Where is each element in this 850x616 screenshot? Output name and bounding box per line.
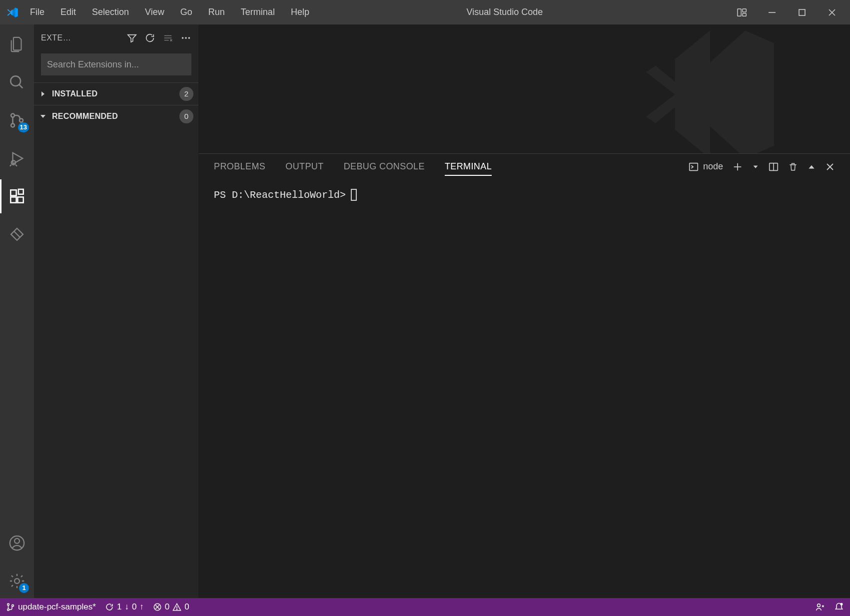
svg-line-21 [14,231,20,237]
svg-rect-16 [10,190,16,195]
layout-customize-icon[interactable] [734,7,750,18]
menu-terminal[interactable]: Terminal [235,5,281,19]
extensions-search-input[interactable] [41,53,191,75]
svg-line-14 [10,165,11,166]
activity-settings[interactable]: 1 [0,564,34,598]
status-notifications[interactable] [834,602,844,612]
sidebar-title: EXTENSIONS [41,33,75,42]
svg-rect-19 [18,189,23,194]
status-errors-count: 0 [165,602,169,612]
svg-point-30 [182,37,184,39]
svg-point-47 [177,609,177,610]
sidebar-extensions: EXTENSIONS INSTALLED 2 RECOMMENDED 0 [34,24,199,598]
sync-outgoing: 0 [132,602,136,612]
filter-icon[interactable] [126,32,137,43]
panel: PROBLEMS OUTPUT DEBUG CONSOLE TERMINAL n… [199,153,850,598]
section-recommended-label: RECOMMENDED [52,112,118,121]
svg-rect-17 [10,197,16,202]
kill-terminal-icon[interactable] [788,161,798,172]
status-warnings-count: 0 [184,602,189,612]
svg-rect-2 [743,13,746,16]
activity-extensions[interactable] [0,179,34,213]
svg-line-8 [19,84,22,88]
activity-search[interactable] [0,65,34,99]
chevron-down-icon [39,112,48,120]
window-maximize-icon[interactable] [794,8,810,17]
svg-rect-0 [738,8,741,16]
svg-point-9 [11,114,14,117]
activity-explorer[interactable] [0,27,34,61]
status-sync[interactable]: 1↓ 0↑ [105,602,144,612]
terminal-cursor [351,189,357,201]
activity-source-control[interactable]: 13 [0,103,34,137]
menu-selection[interactable]: Selection [86,5,135,19]
status-feedback[interactable] [815,602,825,612]
svg-point-7 [10,76,20,86]
editor-area: PROBLEMS OUTPUT DEBUG CONSOLE TERMINAL n… [199,24,850,598]
svg-point-11 [19,118,23,122]
window-close-icon[interactable] [824,7,840,17]
svg-point-42 [12,605,14,607]
status-branch-label: update-pcf-samples* [18,602,96,612]
vscode-logo-icon [5,6,20,19]
section-recommended[interactable]: RECOMMENDED 0 [34,105,198,127]
maximize-panel-icon[interactable] [807,162,816,171]
clear-icon[interactable] [162,32,173,43]
menu-view[interactable]: View [139,5,170,19]
terminal-prompt-text: PS D:\ReactHelloWorld> [214,189,346,201]
svg-rect-4 [799,9,805,15]
activity-bar: 13 1 [0,24,34,598]
panel-tabs: PROBLEMS OUTPUT DEBUG CONSOLE TERMINAL n… [199,154,850,180]
menu-go[interactable]: Go [174,5,198,19]
settings-badge: 1 [19,583,29,593]
svg-point-23 [14,539,19,544]
app-title: Visual Studio Code [279,7,730,17]
status-problems[interactable]: 0 0 [153,602,189,612]
tab-terminal[interactable]: TERMINAL [445,157,492,176]
tab-output[interactable]: OUTPUT [285,157,323,176]
activity-additional[interactable] [0,217,34,251]
terminal-kind-selector[interactable]: node [688,161,723,172]
menu-file[interactable]: File [24,5,50,19]
svg-point-41 [7,609,9,611]
svg-rect-18 [17,197,23,202]
svg-point-48 [818,604,821,607]
svg-rect-1 [743,8,746,11]
window-minimize-icon[interactable] [764,7,780,17]
menu-edit[interactable]: Edit [54,5,82,19]
editor-background [199,24,850,153]
sidebar-header: EXTENSIONS [34,24,198,51]
terminal-dropdown-icon[interactable] [752,163,759,170]
recommended-count-badge: 0 [179,109,193,123]
activity-run-debug[interactable] [0,141,34,175]
arrow-up-icon: ↑ [139,602,144,612]
source-control-badge: 13 [18,122,29,132]
section-installed-label: INSTALLED [52,89,97,98]
svg-line-15 [15,165,17,166]
status-branch[interactable]: update-pcf-samples* [6,602,96,612]
split-terminal-icon[interactable] [768,161,779,172]
menu-run[interactable]: Run [202,5,231,19]
svg-marker-12 [13,153,23,164]
section-installed[interactable]: INSTALLED 2 [34,83,198,105]
terminal-kind-label: node [703,161,723,172]
tab-problems[interactable]: PROBLEMS [214,157,265,176]
svg-point-32 [188,37,190,39]
activity-accounts[interactable] [0,526,34,560]
svg-point-40 [7,604,9,606]
status-bar: update-pcf-samples* 1↓ 0↑ 0 0 [0,598,850,616]
svg-point-49 [841,603,843,606]
tab-debug-console[interactable]: DEBUG CONSOLE [344,157,425,176]
svg-point-24 [14,579,19,584]
title-bar: File Edit Selection View Go Run Terminal… [0,0,850,24]
terminal-body[interactable]: PS D:\ReactHelloWorld> [199,180,850,598]
vscode-watermark-icon [630,24,790,153]
new-terminal-icon[interactable] [732,161,743,172]
chevron-right-icon [39,90,48,98]
arrow-down-icon: ↓ [124,602,129,612]
close-panel-icon[interactable] [825,162,835,172]
refresh-icon[interactable] [144,32,155,43]
installed-count-badge: 2 [179,87,193,101]
sync-incoming: 1 [117,602,121,612]
more-actions-icon[interactable] [180,32,191,43]
